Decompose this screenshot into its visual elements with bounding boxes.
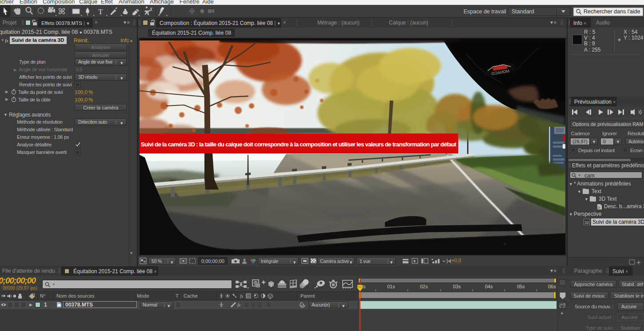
svg-text:fx: fx (598, 206, 600, 210)
svg-text:Suivi de la caméra 3D : la tai: Suivi de la caméra 3D : la taille du cal… (141, 141, 457, 148)
svg-text:Standard: Standard (512, 8, 534, 15)
svg-text:fx: fx (237, 303, 241, 307)
svg-text:Espace de travail :: Espace de travail : (464, 8, 509, 15)
svg-text:Rechercher dans l'aide: Rechercher dans l'aide (584, 8, 640, 15)
svg-text:T: T (98, 8, 103, 16)
svg-text:fx: fx (240, 294, 244, 299)
svg-text:fx: fx (5, 38, 8, 43)
svg-text:32: 32 (584, 220, 589, 225)
